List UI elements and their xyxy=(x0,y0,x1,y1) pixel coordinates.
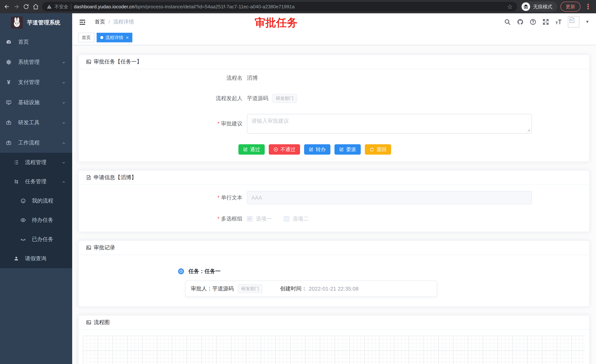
incognito-label: 无痕模式 xyxy=(533,4,552,10)
checkbox-option-1: ✓ 选项一 xyxy=(247,215,272,223)
sidebar-item-label: 待办任务 xyxy=(32,216,53,224)
search-icon[interactable] xyxy=(504,19,511,25)
font-size-icon[interactable] xyxy=(555,19,562,25)
face-icon xyxy=(20,198,26,204)
forward-icon[interactable] xyxy=(13,4,20,10)
field-label: 流程发起人 xyxy=(86,95,247,102)
content-scroll[interactable]: 审批任务【任务一】 流程名 滔博 流程发起人 芋道源码 研发部门 xyxy=(72,45,596,364)
sidebar-item-done-tasks[interactable]: 已办任务 xyxy=(0,230,72,249)
chevron-down-icon xyxy=(61,60,66,64)
card-body xyxy=(78,330,589,364)
url-bar[interactable]: 不安全 dashboard.yudao.iocoder.cn/bpm/proce… xyxy=(42,2,517,11)
document-icon xyxy=(86,175,91,180)
form-row-initiator: 流程发起人 芋道源码 研发部门 xyxy=(86,94,582,103)
sidebar-item-label: 流程管理 xyxy=(25,159,46,166)
reload-icon[interactable] xyxy=(23,4,29,10)
card-body: *单行文本 *多选框组 ✓ 选项一 xyxy=(78,185,589,232)
sidebar-item-workflow[interactable]: 工作流程 xyxy=(0,133,72,153)
dashboard-icon xyxy=(6,39,11,45)
request-info-card: 申请信息【滔博】 *单行文本 *多选框组 ✓ 选项一 xyxy=(78,170,590,232)
card-title: 审批任务【任务一】 xyxy=(94,58,142,66)
sidebar-item-payment[interactable]: ¥ 支付管理 xyxy=(0,72,72,92)
help-icon[interactable] xyxy=(529,19,536,25)
annotation-overlay: 审批任务 xyxy=(255,15,298,30)
tab-process-detail[interactable]: 流程详情 × xyxy=(97,33,132,42)
breadcrumb-home[interactable]: 首页 xyxy=(95,18,105,25)
github-icon[interactable] xyxy=(517,19,524,25)
fullscreen-icon[interactable] xyxy=(542,19,549,25)
caret-down-icon[interactable]: ▼ xyxy=(585,20,589,24)
sidebar-item-label: 支付管理 xyxy=(18,79,40,86)
field-value: 滔博 xyxy=(247,74,258,82)
breadcrumb-separator: / xyxy=(108,19,110,25)
approval-record-card: 审批记录 任务：任务一 审批人： 芋道源码 研发部门 xyxy=(78,240,590,307)
reject-button[interactable]: 不通过 xyxy=(269,144,300,155)
card-title: 申请信息【滔博】 xyxy=(94,174,137,181)
task-title: 任务：任务一 xyxy=(188,268,221,275)
sidebar-item-todo-tasks[interactable]: 待办任务 xyxy=(0,211,72,230)
chevron-down-icon xyxy=(61,120,66,125)
required-mark: * xyxy=(217,121,220,126)
sidebar-item-label: 基础设施 xyxy=(18,99,40,106)
eye-open-icon xyxy=(20,217,26,223)
return-button[interactable]: 退回 xyxy=(365,144,391,155)
single-line-input xyxy=(247,191,532,204)
sidebar-item-label: 工作流程 xyxy=(18,139,40,146)
required-mark: * xyxy=(217,195,220,201)
dept-tag: 研发部门 xyxy=(238,284,262,293)
opinion-textarea[interactable] xyxy=(247,114,532,134)
field-value: 芋道源码 xyxy=(247,95,268,102)
transfer-button[interactable]: 转办 xyxy=(304,144,330,155)
sidebar-item-devtools[interactable]: 研发工具 xyxy=(0,112,72,133)
back-icon[interactable] xyxy=(4,4,10,10)
sidebar-item-label: 任务管理 xyxy=(25,178,46,185)
breadcrumb: 首页 / 流程详情 xyxy=(95,18,134,25)
assignee-label: 审批人： xyxy=(191,285,212,292)
tab-label: 流程详情 xyxy=(105,35,123,41)
approval-task-card: 审批任务【任务一】 流程名 滔博 流程发起人 芋道源码 研发部门 xyxy=(78,54,590,162)
picture-icon xyxy=(86,59,91,65)
app-frame: 芋道管理系统 首页 系统管理 ¥ 支付管理 xyxy=(0,13,596,364)
sidebar-item-label: 系统管理 xyxy=(18,58,40,66)
sidebar-logo[interactable]: 芋道管理系统 xyxy=(0,13,72,32)
checkbox-option-2: 选项二 xyxy=(284,215,309,223)
avatar[interactable] xyxy=(568,16,579,28)
url-path: /bpm/process-instance/detail?id=54aa251f… xyxy=(134,4,295,9)
url-host: dashboard.yudao.iocoder.cn xyxy=(74,4,134,9)
close-icon[interactable]: × xyxy=(126,35,129,40)
sidebar-item-task-mgmt[interactable]: 任务管理 xyxy=(0,172,72,191)
resize-grip-icon[interactable] xyxy=(527,128,530,132)
url-text[interactable]: dashboard.yudao.iocoder.cn/bpm/process-i… xyxy=(74,4,295,10)
workflow-submenu: 流程管理 任务管理 我的流程 xyxy=(0,153,72,268)
tab-home[interactable]: 首页 xyxy=(78,33,94,42)
sidebar-item-process-mgmt[interactable]: 流程管理 xyxy=(0,153,72,172)
incognito-icon xyxy=(522,2,530,11)
chevron-down-icon xyxy=(61,100,66,105)
logo-avatar-image xyxy=(11,16,23,29)
sidebar-collapse-icon[interactable] xyxy=(79,19,86,25)
incognito-badge: 无痕模式 xyxy=(521,1,557,12)
sidebar-item-label: 研发工具 xyxy=(18,119,40,126)
chevron-down-icon xyxy=(61,80,66,85)
required-mark: * xyxy=(217,216,220,222)
approve-button[interactable]: 通过 xyxy=(238,144,265,155)
sidebar-item-infra[interactable]: 基础设施 xyxy=(0,92,72,112)
update-button[interactable]: 更新 xyxy=(560,2,581,12)
sidebar-item-leave-query[interactable]: 请假查询 xyxy=(0,249,72,268)
delegate-button[interactable]: 委派 xyxy=(335,144,361,155)
form-row-opinion: *审批建议 xyxy=(86,114,582,134)
home-icon[interactable] xyxy=(33,4,39,10)
card-title: 审批记录 xyxy=(94,244,115,251)
bookmark-star-icon[interactable]: ☆ xyxy=(507,4,513,10)
list-icon xyxy=(14,160,19,165)
security-label[interactable]: 不安全 xyxy=(54,4,68,10)
sidebar-item-home[interactable]: 首页 xyxy=(0,32,72,52)
browser-menu-icon[interactable]: ⋮ xyxy=(585,3,592,10)
bpmn-canvas[interactable] xyxy=(83,336,585,364)
sidebar-item-my-process[interactable]: 我的流程 xyxy=(0,191,72,211)
sidebar-item-system[interactable]: 系统管理 xyxy=(0,52,72,72)
checkbox-group: ✓ 选项一 选项二 xyxy=(247,215,309,223)
chevron-up-icon xyxy=(61,141,66,145)
security-warning-icon[interactable] xyxy=(47,4,52,9)
created-value: 2022-01-21 22:35:08 xyxy=(309,286,358,292)
